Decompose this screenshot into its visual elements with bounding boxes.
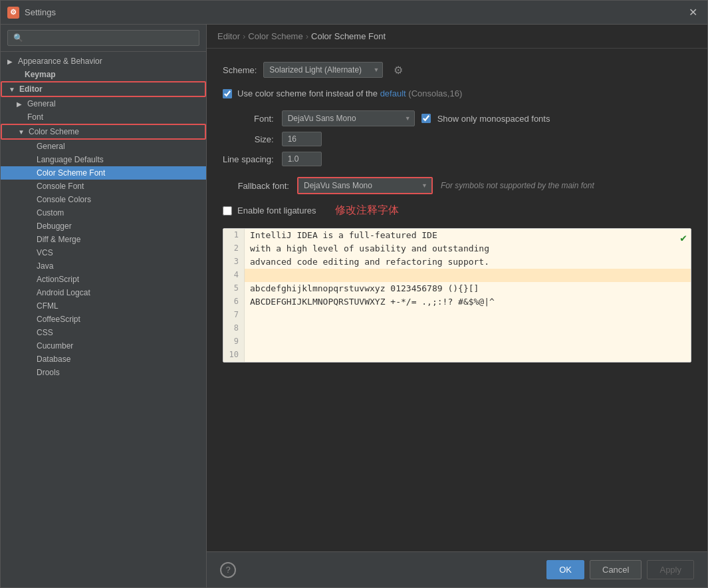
line-num: 4 <box>223 269 245 282</box>
preview-line-6: 6 ABCDEFGHIJKLMNOPQRSTUVWXYZ +-*/= .,;:!… <box>223 295 691 309</box>
ligature-checkbox[interactable] <box>223 206 232 216</box>
line-content <box>245 309 691 322</box>
default-link[interactable]: default <box>380 88 406 98</box>
ligature-row: Enable font ligatures 修改注释字体 <box>223 204 691 218</box>
fallback-select[interactable]: DejaVu Sans Mono <box>298 178 431 193</box>
line-content: abcdefghijklmnopqrstuvwxyz 0123456789 ()… <box>245 282 691 295</box>
sidebar-item-cs-drools[interactable]: Drools <box>1 366 206 379</box>
sidebar-item-cs-cfml[interactable]: CFML <box>1 299 206 313</box>
sidebar-item-cs-css[interactable]: CSS <box>1 326 206 339</box>
sidebar-item-label: General <box>27 99 56 108</box>
size-input[interactable] <box>282 132 322 146</box>
line-num: 5 <box>223 282 245 295</box>
sidebar-item-general[interactable]: ▶ General <box>1 97 206 110</box>
line-num: 3 <box>223 255 245 269</box>
sidebar-item-cs-vcs[interactable]: VCS <box>1 246 206 259</box>
line-num: 2 <box>223 242 245 255</box>
font-form: Font: DejaVu Sans Mono Show only monospa… <box>223 110 691 166</box>
sidebar-item-label: Color Scheme Font <box>37 168 105 178</box>
sidebar-item-cs-androidlogcat[interactable]: Android Logcat <box>1 286 206 299</box>
sidebar-item-cs-database[interactable]: Database <box>1 353 206 366</box>
sidebar-item-cs-consolefont[interactable]: Console Font <box>1 180 206 193</box>
sidebar-item-keymap[interactable]: Keymap <box>1 68 206 81</box>
font-select[interactable]: DejaVu Sans Mono <box>282 110 415 126</box>
sidebar-item-label: Console Colors <box>37 195 91 204</box>
scheme-select-wrapper: Solarized Light (Alternate) <box>263 62 383 78</box>
line-num: 10 <box>223 349 245 362</box>
sidebar-item-cs-general[interactable]: General <box>1 140 206 153</box>
line-content: IntelliJ IDEA is a full-featured IDE <box>245 229 691 242</box>
preview-line-5: 5 abcdefghijklmnopqrstuvwxyz 0123456789 … <box>223 282 691 295</box>
sidebar-item-label: General <box>37 142 65 151</box>
sidebar-item-appearance[interactable]: ▶ Appearance & Behavior <box>1 55 206 68</box>
cancel-button[interactable]: Cancel <box>590 560 642 579</box>
sidebar-item-colorscheme[interactable]: ▼ Color Scheme <box>1 124 206 140</box>
line-num: 6 <box>223 295 245 309</box>
arrow-icon: ▼ <box>9 86 17 93</box>
line-content <box>245 322 691 335</box>
use-scheme-font-checkbox[interactable] <box>223 89 232 98</box>
fallback-select-wrapper: DejaVu Sans Mono <box>298 178 431 193</box>
sidebar-item-label: Diff & Merge <box>37 235 80 244</box>
linespacing-label: Line spacing: <box>223 154 274 164</box>
sidebar-item-cs-langdefaults[interactable]: Language Defaults <box>1 153 206 166</box>
app-icon: ⚙ <box>7 7 19 19</box>
line-content: advanced code editing and refactoring su… <box>245 255 691 269</box>
font-label: Font: <box>223 114 274 124</box>
sidebar-item-cs-java[interactable]: Java <box>1 259 206 273</box>
linespacing-input[interactable] <box>282 152 322 166</box>
monospaced-checkbox[interactable] <box>421 114 431 123</box>
sidebar-item-cs-diffmerge[interactable]: Diff & Merge <box>1 233 206 246</box>
scheme-select[interactable]: Solarized Light (Alternate) <box>263 62 383 78</box>
use-scheme-font-label: Use color scheme font instead of the def… <box>237 88 462 98</box>
line-content <box>245 349 691 362</box>
bottom-right: OK Cancel Apply <box>546 560 694 579</box>
preview-line-10: 10 <box>223 349 691 362</box>
sidebar-item-cs-font[interactable]: Color Scheme Font <box>1 166 206 180</box>
settings-tree: ▶ Appearance & Behavior Keymap ▼ Editor … <box>1 52 206 587</box>
search-box <box>1 25 206 52</box>
sidebar-item-cs-cucumber[interactable]: Cucumber <box>1 339 206 353</box>
preview-inner: 1 IntelliJ IDEA is a full-featured IDE 2… <box>223 229 691 362</box>
default-hint: (Consolas,16) <box>408 88 462 98</box>
apply-button[interactable]: Apply <box>647 560 694 579</box>
preview-line-1: 1 IntelliJ IDEA is a full-featured IDE <box>223 229 691 242</box>
sidebar-item-cs-debugger[interactable]: Debugger <box>1 220 206 233</box>
breadcrumb-editor: Editor <box>217 31 240 41</box>
arrow-icon: ▼ <box>18 128 26 136</box>
sidebar-item-label: CoffeeScript <box>37 315 80 324</box>
line-content <box>245 269 691 282</box>
search-input[interactable] <box>7 30 199 46</box>
use-scheme-font-row: Use color scheme font instead of the def… <box>223 88 691 98</box>
annotation-chinese: 修改注释字体 <box>335 204 399 218</box>
sidebar-item-font[interactable]: Font <box>1 110 206 124</box>
sidebar-item-cs-actionscript[interactable]: ActionScript <box>1 273 206 286</box>
settings-content: Scheme: Solarized Light (Alternate) ⚙ Us… <box>207 49 707 551</box>
fallback-select-outlined: DejaVu Sans Mono <box>297 177 433 194</box>
line-content: with a high level of usability and outst… <box>245 242 691 255</box>
close-button[interactable]: ✕ <box>685 5 701 21</box>
scheme-gear-button[interactable]: ⚙ <box>390 63 407 78</box>
bottom-bar: ? OK Cancel Apply <box>207 551 707 587</box>
sidebar-item-label: Language Defaults <box>37 155 104 164</box>
breadcrumb-sep2: › <box>306 31 308 41</box>
sidebar-item-label: VCS <box>37 248 53 257</box>
preview-line-3: 3 advanced code editing and refactoring … <box>223 255 691 269</box>
sidebar-item-cs-consolecolors[interactable]: Console Colors <box>1 193 206 206</box>
ligature-label: Enable font ligatures <box>237 206 316 216</box>
sidebar-item-cs-coffeescript[interactable]: CoffeeScript <box>1 313 206 326</box>
line-content <box>245 335 691 349</box>
sidebar-item-label: Cucumber <box>37 341 73 351</box>
monospaced-label: Show only monospaced fonts <box>437 114 550 124</box>
sidebar-item-label: Editor <box>19 84 43 94</box>
arrow-icon: ▶ <box>7 58 15 65</box>
size-field <box>282 132 691 146</box>
bottom-left: ? <box>220 562 236 578</box>
sidebar-item-label: Color Scheme <box>29 127 79 136</box>
sidebar-item-editor[interactable]: ▼ Editor <box>1 81 206 97</box>
sidebar-item-label: Custom <box>37 208 64 218</box>
arrow-icon: ▶ <box>17 100 25 108</box>
sidebar-item-cs-custom[interactable]: Custom <box>1 206 206 220</box>
help-button[interactable]: ? <box>220 562 236 578</box>
ok-button[interactable]: OK <box>546 560 584 579</box>
